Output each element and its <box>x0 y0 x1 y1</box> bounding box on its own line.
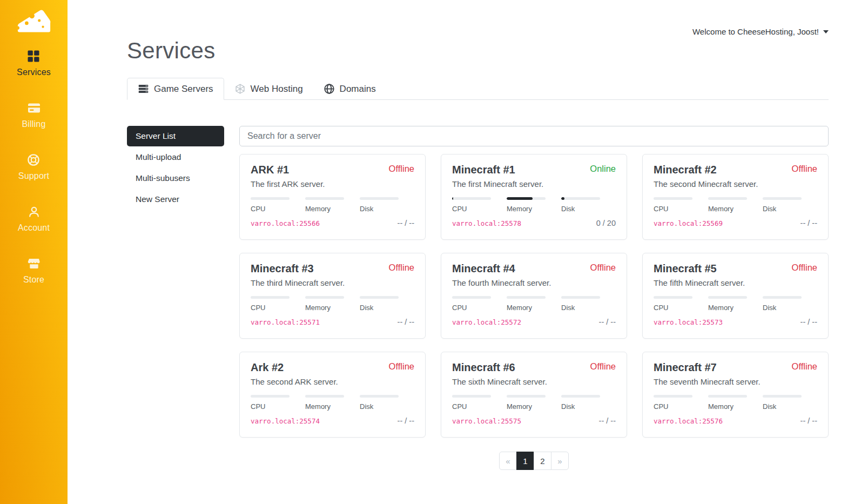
tab-label: Game Servers <box>154 84 213 95</box>
server-description: The second Minecraft server. <box>654 179 817 189</box>
disk-label: Disk <box>360 402 399 411</box>
server-subnav: Server List Multi-upload Multi-subusers … <box>127 126 224 470</box>
server-card[interactable]: Minecraft #3 Offline The third Minecraft… <box>239 253 426 339</box>
memory-usage-bar <box>305 395 344 398</box>
cpu-label: CPU <box>452 304 491 312</box>
tab-domains[interactable]: Domains <box>313 78 386 100</box>
disk-usage-bar <box>763 296 802 299</box>
usage-bars: CPU Memory Disk <box>251 395 414 411</box>
memory-label: Memory <box>305 304 344 312</box>
memory-usage-bar <box>708 197 747 200</box>
cpu-usage-bar <box>452 395 491 398</box>
storefront-icon <box>28 257 41 270</box>
server-card[interactable]: ARK #1 Offline The first ARK server. CPU… <box>239 154 426 240</box>
server-grid: ARK #1 Offline The first ARK server. CPU… <box>239 154 829 438</box>
cpu-label: CPU <box>654 402 692 411</box>
status-badge: Offline <box>389 263 414 273</box>
search-input[interactable] <box>239 126 829 146</box>
memory-label: Memory <box>305 402 344 411</box>
sidebar-item-account[interactable]: Account <box>18 205 50 233</box>
player-count: -- / -- <box>800 318 817 326</box>
disk-usage-bar <box>561 296 600 299</box>
player-count: -- / -- <box>398 318 414 326</box>
cpu-usage-bar <box>251 395 290 398</box>
server-card[interactable]: Minecraft #4 Offline The fourth Minecraf… <box>441 253 627 339</box>
sidebar-item-store[interactable]: Store <box>23 257 44 285</box>
main-content: Welcome to CheeseHosting, Joost! Service… <box>68 0 868 504</box>
sidebar-item-label: Store <box>23 275 44 285</box>
player-count: -- / -- <box>398 416 414 425</box>
status-badge: Online <box>590 164 616 174</box>
subnav-item-server-list[interactable]: Server List <box>127 126 224 146</box>
cpu-usage-bar <box>251 197 290 200</box>
status-badge: Offline <box>389 361 414 372</box>
disk-label: Disk <box>561 205 600 213</box>
server-card[interactable]: Minecraft #1 Online The first Minecraft … <box>441 154 627 240</box>
server-description: The seventh Minecraft server. <box>654 377 817 386</box>
server-title: Minecraft #2 <box>654 164 717 176</box>
disk-usage-bar <box>763 197 802 200</box>
memory-label: Memory <box>708 304 747 312</box>
status-badge: Offline <box>792 164 817 174</box>
cheese-logo[interactable] <box>16 8 52 36</box>
server-description: The fifth Minecraft server. <box>654 278 817 287</box>
disk-usage-bar <box>561 197 600 200</box>
pagination-next[interactable]: » <box>551 452 569 470</box>
user-menu[interactable]: Welcome to CheeseHosting, Joost! <box>692 27 829 36</box>
subnav-item-multi-subusers[interactable]: Multi-subusers <box>127 168 224 189</box>
pagination-page-2[interactable]: 2 <box>534 452 551 470</box>
server-card[interactable]: Minecraft #5 Offline The fifth Minecraft… <box>642 253 829 339</box>
tab-game-servers[interactable]: Game Servers <box>127 78 224 100</box>
server-address: varro.local:25576 <box>654 417 723 425</box>
usage-bars: CPU Memory Disk <box>452 197 616 213</box>
memory-label: Memory <box>708 402 747 411</box>
memory-usage-bar <box>708 296 747 299</box>
server-card[interactable]: Minecraft #7 Offline The seventh Minecra… <box>642 352 829 438</box>
subnav-item-new-server[interactable]: New Server <box>127 189 224 210</box>
usage-bars: CPU Memory Disk <box>654 296 817 312</box>
disk-label: Disk <box>360 304 399 312</box>
pagination-prev[interactable]: « <box>499 452 517 470</box>
server-card[interactable]: Minecraft #2 Offline The second Minecraf… <box>642 154 829 240</box>
server-card[interactable]: Minecraft #6 Offline The sixth Minecraft… <box>441 352 627 438</box>
sidebar-item-services[interactable]: Services <box>17 50 51 77</box>
memory-label: Memory <box>507 304 546 312</box>
server-description: The first ARK server. <box>251 179 414 189</box>
server-address: varro.local:25575 <box>452 417 521 425</box>
memory-label: Memory <box>507 205 546 213</box>
server-card[interactable]: Ark #2 Offline The second ARK server. CP… <box>239 352 426 438</box>
server-title: Minecraft #3 <box>251 263 314 275</box>
server-address: varro.local:25566 <box>251 219 320 227</box>
sidebar-item-support[interactable]: Support <box>18 153 49 181</box>
memory-usage-bar <box>507 296 546 299</box>
tab-bar: Game Servers Web Hosting Domains <box>127 78 829 100</box>
tab-web-hosting[interactable]: Web Hosting <box>224 78 313 100</box>
server-title: Minecraft #6 <box>452 361 515 374</box>
server-description: The second ARK server. <box>251 377 414 386</box>
disk-label: Disk <box>360 205 399 213</box>
cpu-usage-bar <box>452 197 491 200</box>
sidebar-item-billing[interactable]: Billing <box>22 102 45 129</box>
server-address: varro.local:25572 <box>452 318 521 326</box>
disk-label: Disk <box>763 304 802 312</box>
disk-label: Disk <box>561 402 600 411</box>
player-count: -- / -- <box>599 318 616 326</box>
server-address: varro.local:25578 <box>452 219 521 227</box>
pagination-page-1[interactable]: 1 <box>516 452 534 470</box>
subnav-item-multi-upload[interactable]: Multi-upload <box>127 147 224 167</box>
sidebar-item-label: Billing <box>22 119 45 129</box>
cpu-label: CPU <box>654 205 692 213</box>
server-title: ARK #1 <box>251 164 289 176</box>
server-address: varro.local:25569 <box>654 219 723 227</box>
cpu-label: CPU <box>251 402 290 411</box>
sidebar: Services Billing Support Account <box>0 0 68 504</box>
cpu-usage-bar <box>251 296 290 299</box>
player-count: -- / -- <box>800 219 817 227</box>
server-title: Minecraft #4 <box>452 263 515 275</box>
server-address: varro.local:25571 <box>251 318 320 326</box>
usage-bars: CPU Memory Disk <box>452 395 616 411</box>
server-title: Minecraft #5 <box>654 263 717 275</box>
memory-usage-bar <box>507 197 546 200</box>
cpu-label: CPU <box>452 205 491 213</box>
usage-bars: CPU Memory Disk <box>452 296 616 312</box>
